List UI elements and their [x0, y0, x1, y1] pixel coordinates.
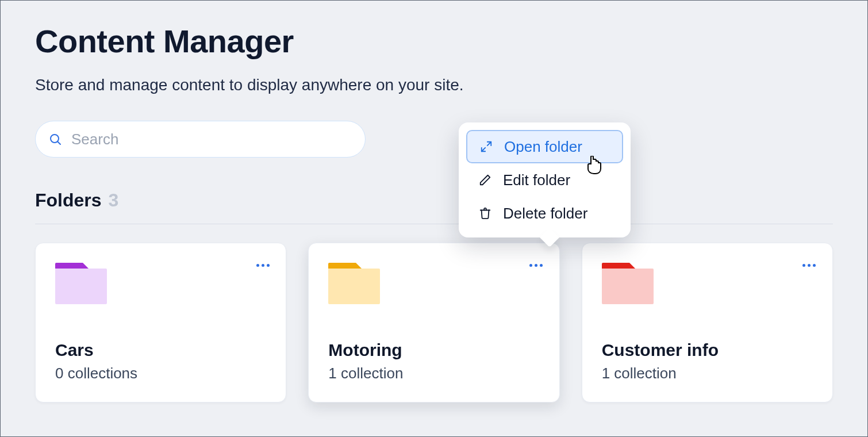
folder-name: Cars — [55, 340, 266, 360]
folder-card-cars[interactable]: Cars 0 collections — [35, 243, 286, 402]
folders-count: 3 — [109, 190, 119, 211]
folder-name: Motoring — [328, 340, 539, 360]
expand-icon — [480, 140, 493, 153]
menu-item-edit-folder[interactable]: Edit folder — [466, 163, 623, 197]
folder-icon — [602, 263, 654, 304]
menu-item-label: Edit folder — [503, 171, 570, 189]
card-actions-button[interactable] — [526, 255, 547, 275]
pencil-icon — [479, 174, 491, 186]
trash-icon — [479, 207, 491, 220]
card-actions-button[interactable] — [252, 255, 273, 275]
folder-icon — [328, 263, 380, 304]
folder-meta: 1 collection — [328, 365, 539, 382]
more-icon — [529, 264, 543, 267]
svg-line-3 — [482, 148, 485, 151]
folder-card-motoring[interactable]: Motoring 1 collection — [308, 243, 559, 402]
menu-item-open-folder[interactable]: Open folder — [466, 130, 623, 163]
page-title: Content Manager — [35, 22, 833, 60]
search-field[interactable] — [35, 121, 366, 158]
folder-meta: 0 collections — [55, 365, 266, 382]
svg-line-2 — [487, 142, 491, 145]
folder-name: Customer info — [602, 340, 813, 360]
more-icon — [802, 264, 816, 267]
folder-icon — [55, 263, 107, 304]
folder-meta: 1 collection — [602, 365, 813, 382]
svg-line-1 — [57, 141, 60, 144]
page-subtitle: Store and manage content to display anyw… — [35, 76, 833, 94]
folder-cards: Cars 0 collections Motoring 1 collection — [35, 243, 833, 402]
folder-context-menu: Open folder Edit folder Delete folder — [459, 122, 631, 237]
search-icon — [48, 132, 62, 146]
divider — [35, 224, 833, 224]
folder-card-customer-info[interactable]: Customer info 1 collection — [582, 243, 833, 402]
folders-label: Folders — [35, 190, 102, 211]
card-actions-button[interactable] — [799, 255, 820, 275]
more-icon — [256, 264, 270, 267]
menu-item-label: Open folder — [504, 138, 582, 156]
menu-item-label: Delete folder — [503, 205, 587, 223]
menu-item-delete-folder[interactable]: Delete folder — [466, 197, 623, 230]
search-input[interactable] — [71, 131, 352, 148]
